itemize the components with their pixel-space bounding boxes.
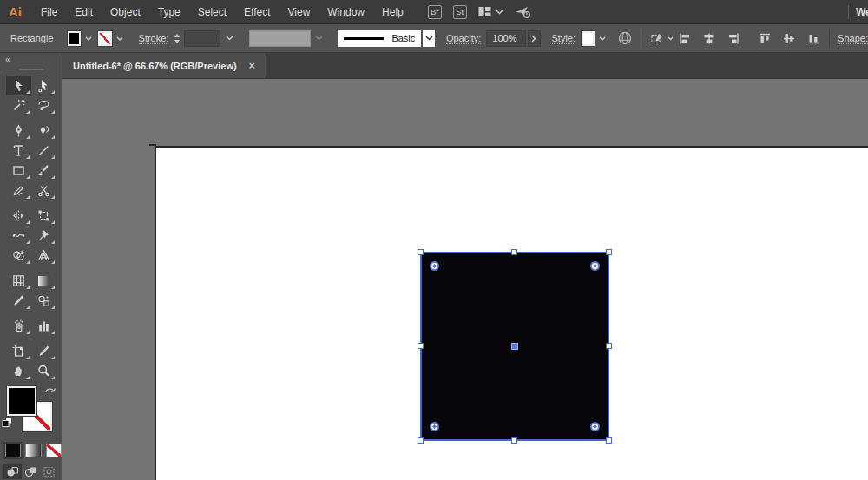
column-graph-tool[interactable]	[31, 316, 56, 336]
line-segment-tool[interactable]	[31, 141, 56, 161]
color-button[interactable]	[5, 444, 21, 457]
handle-bottom-left[interactable]	[418, 437, 424, 444]
fill-color-swatch[interactable]	[68, 31, 81, 46]
handle-bottom-center[interactable]	[511, 437, 517, 444]
arrange-documents-button[interactable]	[478, 6, 503, 17]
panel-drag-handle[interactable]	[19, 69, 43, 70]
scissors-tool[interactable]	[31, 181, 56, 201]
lasso-tool[interactable]	[31, 95, 56, 115]
align-left-icon[interactable]	[677, 31, 693, 46]
workspace-switcher[interactable]: We	[856, 6, 868, 18]
shaper-tool[interactable]	[6, 181, 31, 201]
stroke-weight-stepper[interactable]	[174, 34, 180, 43]
menu-view[interactable]: View	[279, 6, 319, 18]
default-fill-stroke-icon[interactable]	[2, 416, 13, 431]
pen-tool[interactable]	[6, 121, 31, 141]
handle-top-center[interactable]	[511, 249, 517, 255]
brush-definition-value: Basic	[391, 33, 415, 43]
stock-button[interactable]: St	[453, 5, 467, 19]
stepper-down-icon[interactable]	[174, 40, 180, 43]
menu-select[interactable]: Select	[189, 6, 235, 18]
opacity-label[interactable]: Opacity:	[446, 33, 481, 44]
menu-window[interactable]: Window	[319, 6, 373, 18]
menu-edit[interactable]: Edit	[66, 6, 102, 18]
envelope-distort-button[interactable]	[649, 31, 674, 46]
mesh-tool[interactable]	[6, 271, 31, 291]
stroke-weight-chevron-icon[interactable]	[226, 36, 233, 41]
stroke-chevron-icon[interactable]	[116, 36, 123, 41]
width-tool[interactable]	[6, 226, 31, 246]
align-right-icon[interactable]	[726, 31, 741, 46]
direct-selection-tool[interactable]	[31, 76, 56, 95]
document-setup-globe-button[interactable]	[617, 30, 633, 46]
corner-widget-bottom-left[interactable]	[430, 422, 439, 431]
swap-fill-stroke-icon[interactable]	[43, 385, 57, 400]
menu-help[interactable]: Help	[373, 6, 412, 18]
collapse-panel-button[interactable]: «	[0, 53, 62, 65]
symbol-sprayer-tool[interactable]	[6, 316, 31, 336]
style-chevron-icon[interactable]	[599, 36, 606, 41]
share-button[interactable]	[515, 5, 532, 19]
paintbrush-tool[interactable]	[31, 161, 56, 181]
bridge-button[interactable]: Br	[428, 5, 442, 19]
menu-object[interactable]: Object	[102, 6, 149, 18]
fill-chevron-icon[interactable]	[85, 36, 92, 41]
handle-top-right[interactable]	[606, 249, 612, 255]
shape-builder-tool[interactable]	[6, 246, 31, 266]
variable-width-profile-field	[249, 30, 312, 47]
reflect-tool[interactable]	[6, 206, 31, 226]
puppet-warp-tool[interactable]	[31, 226, 56, 246]
menu-type[interactable]: Type	[149, 6, 189, 18]
stroke-weight-field[interactable]	[184, 30, 220, 47]
canvas[interactable]	[62, 79, 868, 480]
selected-rectangle[interactable]	[422, 253, 608, 439]
menu-file[interactable]: File	[32, 6, 66, 18]
opacity-field[interactable]: 100%	[486, 30, 525, 47]
hand-tool[interactable]	[6, 361, 31, 381]
gradient-button[interactable]	[25, 444, 41, 457]
fill-swatch[interactable]	[7, 386, 36, 416]
corner-widget-top-left[interactable]	[430, 261, 439, 271]
gradient-tool[interactable]	[31, 271, 56, 291]
rectangle-tool[interactable]	[6, 161, 31, 181]
type-tool[interactable]	[6, 141, 31, 161]
tab-close-icon[interactable]: ×	[249, 60, 255, 72]
stroke-color-swatch[interactable]	[98, 31, 111, 46]
brush-definition-chevron[interactable]	[423, 30, 435, 47]
corner-widget-top-right[interactable]	[590, 261, 600, 271]
brush-definition-field[interactable]: Basic	[338, 30, 421, 47]
zoom-tool[interactable]	[31, 361, 56, 381]
magic-wand-tool[interactable]	[6, 95, 31, 115]
corner-widget-bottom-right[interactable]	[590, 422, 600, 431]
free-transform-tool[interactable]	[31, 206, 56, 226]
chevron-down-icon	[496, 10, 503, 15]
handle-bottom-right[interactable]	[606, 437, 612, 444]
handle-top-left[interactable]	[418, 249, 424, 255]
selection-tool[interactable]	[6, 76, 31, 95]
slice-tool[interactable]	[31, 341, 56, 361]
draw-normal-button[interactable]	[3, 464, 22, 479]
object-center-point[interactable]	[511, 343, 518, 350]
opacity-expand-button[interactable]	[528, 30, 541, 47]
align-center-horizontal-icon[interactable]	[701, 31, 717, 46]
shape-label[interactable]: Shape:	[838, 33, 868, 44]
align-center-vertical-icon[interactable]	[781, 31, 797, 46]
draw-behind-button[interactable]	[22, 464, 40, 479]
eyedropper-tool[interactable]	[6, 291, 31, 311]
handle-middle-left[interactable]	[418, 343, 424, 349]
draw-inside-button[interactable]	[40, 464, 58, 479]
style-label[interactable]: Style:	[552, 33, 576, 44]
style-swatch[interactable]	[582, 31, 595, 46]
align-top-icon[interactable]	[757, 31, 773, 46]
curvature-tool[interactable]	[31, 121, 56, 141]
none-button[interactable]	[46, 444, 62, 457]
artboard-tool[interactable]	[6, 341, 31, 361]
perspective-grid-tool[interactable]	[31, 246, 56, 266]
handle-middle-right[interactable]	[606, 343, 612, 349]
blend-tool[interactable]	[31, 291, 56, 311]
menu-effect[interactable]: Effect	[235, 6, 279, 18]
stepper-up-icon[interactable]	[174, 34, 180, 37]
stroke-weight-label[interactable]: Stroke:	[139, 33, 169, 44]
align-bottom-icon[interactable]	[806, 31, 821, 46]
document-tab[interactable]: Untitled-6* @ 66.67% (RGB/Preview) ×	[62, 53, 266, 78]
